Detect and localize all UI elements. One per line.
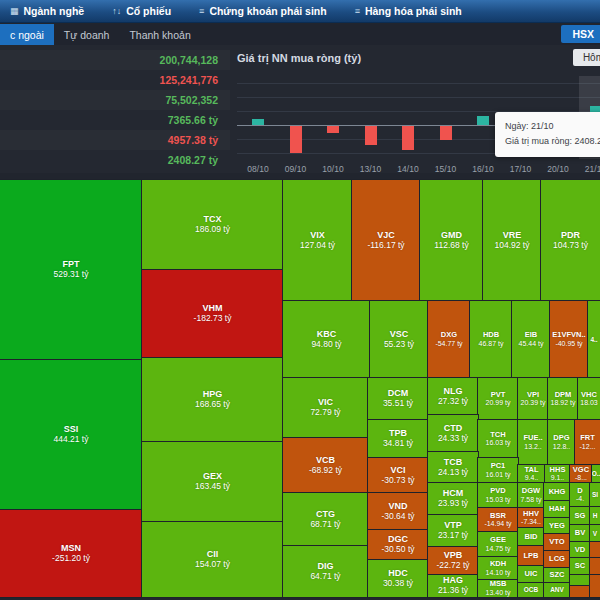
treemap-cell-yeg[interactable]: YEG [544, 518, 570, 534]
chart-bar[interactable] [477, 116, 489, 125]
treemap-cell-vtp[interactable]: VTP23.17 tỷ [428, 515, 478, 547]
treemap-cell-gee[interactable]: GEE14.75 tỷ [478, 532, 518, 557]
treemap-cell-bid[interactable]: BID [518, 528, 544, 546]
nav-item[interactable]: ↑↓Cổ phiếu [112, 5, 171, 17]
treemap-cell-pdr[interactable]: PDR104.73 tỷ [541, 180, 600, 301]
treemap-cell-o[interactable]: O.. [592, 465, 600, 483]
treemap-cell-vpi[interactable]: VPI20.39 tỷ [518, 378, 548, 420]
treemap-cell-h[interactable]: H [590, 507, 600, 525]
chart-bar[interactable] [402, 126, 414, 150]
treemap-cell-vre[interactable]: VRE104.92 tỷ [483, 180, 541, 301]
treemap-cell-vsc[interactable]: VSC55.23 tỷ [370, 301, 428, 378]
treemap-cell-pvt[interactable]: PVT20.99 tỷ [478, 378, 518, 420]
treemap-cell-hhv[interactable]: HHV-7.34.. [518, 508, 544, 528]
chart-bar[interactable] [327, 126, 339, 133]
treemap-cell-sg[interactable]: SG [570, 507, 590, 525]
treemap-cell-4[interactable]: 4.. [588, 301, 600, 378]
treemap-cell[interactable] [590, 575, 600, 597]
treemap-cell-uic[interactable]: UIC [518, 566, 544, 583]
treemap-cell-d[interactable]: D-4. [570, 483, 590, 507]
nav-item[interactable]: ▦Ngành nghề [10, 5, 84, 17]
treemap-cell-bv[interactable]: BV [570, 525, 590, 542]
treemap-cell-eib[interactable]: EIB45.44 tỷ [512, 301, 550, 378]
treemap-cell-ctd[interactable]: CTD24.33 tỷ [428, 415, 478, 452]
treemap-cell-sc[interactable]: SC [570, 558, 590, 575]
treemap-cell-ctg[interactable]: CTG68.71 tỷ [283, 493, 368, 546]
treemap-cell-si[interactable]: SI [590, 483, 600, 507]
treemap-cell-vpb[interactable]: VPB-22.72 tỷ [428, 547, 478, 575]
treemap-cell-msn[interactable]: MSN-251.20 tỷ [0, 510, 142, 597]
treemap-cell-khg[interactable]: KHG [544, 483, 570, 501]
treemap-cell-gmd[interactable]: GMD112.68 tỷ [420, 180, 483, 301]
treemap-cell-anv[interactable]: ANV [544, 583, 570, 597]
treemap-cell-vhc[interactable]: VHC18.03 [578, 378, 600, 420]
treemap-cell-pc1[interactable]: PC116.01 tỷ [478, 458, 518, 483]
treemap-cell-dig[interactable]: DIG64.71 tỷ [283, 546, 368, 597]
treemap-cell[interactable] [570, 575, 590, 586]
treemap-cell-ocb[interactable]: OCB [518, 583, 544, 597]
summary-row: 2408.27 tỷ [0, 150, 230, 170]
treemap-cell-dgc[interactable]: DGC-30.50 tỷ [368, 530, 428, 560]
treemap-cell-tch[interactable]: TCH16.03 tỷ [478, 420, 518, 458]
treemap-cell-dpg[interactable]: DPG12.8.. [548, 420, 575, 465]
tab[interactable]: Thanh khoản [119, 24, 200, 45]
treemap-cell-vci[interactable]: VCI-30.73 tỷ [368, 458, 428, 493]
treemap-cell[interactable] [590, 542, 600, 558]
treemap-cell-hag[interactable]: HAG21.36 tỷ [428, 575, 478, 597]
treemap-cell-vcb[interactable]: VCB-68.92 tỷ [283, 438, 368, 493]
treemap-cell-v[interactable]: V [590, 525, 600, 542]
ticker-label: HDB [483, 331, 499, 339]
tab[interactable]: Tự doanh [54, 24, 120, 45]
treemap-cell-hhs[interactable]: HHS9.1.. [545, 465, 570, 483]
treemap-cell-hdb[interactable]: HDB46.87 tỷ [470, 301, 512, 378]
treemap-cell-vto[interactable]: VTO [544, 534, 570, 551]
treemap-cell-vgc[interactable]: VGC-8... [570, 465, 592, 483]
treemap-cell-dcm[interactable]: DCM35.51 tỷ [368, 378, 428, 420]
treemap-cell-tpb[interactable]: TPB34.81 tỷ [368, 420, 428, 458]
treemap-cell-tal[interactable]: TAL9.4.. [518, 465, 545, 483]
treemap-cell-msb[interactable]: MSB13.40 tỷ [478, 580, 518, 597]
treemap-cell-dpm[interactable]: DPM18.92 tỷ [548, 378, 578, 420]
treemap-cell-frt[interactable]: FRT-12... [575, 420, 600, 465]
treemap-cell-vix[interactable]: VIX127.04 tỷ [283, 180, 352, 301]
chart-bar[interactable] [290, 126, 302, 153]
treemap-cell-dgw[interactable]: DGW7.58 tỷ [518, 483, 544, 508]
treemap-cell-cii[interactable]: CII154.07 tỷ [142, 522, 283, 597]
treemap-cell-vd[interactable]: VD [570, 542, 590, 558]
treemap-cell-tcb[interactable]: TCB24.13 tỷ [428, 452, 478, 483]
treemap-cell-gex[interactable]: GEX163.45 tỷ [142, 442, 283, 522]
chart-bar[interactable] [365, 126, 377, 145]
treemap-cell-hcm[interactable]: HCM23.93 tỷ [428, 483, 478, 515]
list-icon: ≡ [199, 6, 204, 16]
treemap-cell-szc[interactable]: SZC [544, 568, 570, 583]
range-button[interactable]: Hôm [573, 49, 600, 66]
treemap-cell-hdc[interactable]: HDC30.38 tỷ [368, 560, 428, 597]
treemap-cell-kdh[interactable]: KDH14.10 tỷ [478, 557, 518, 580]
nav-item[interactable]: ≡Chứng khoán phái sinh [199, 5, 327, 17]
treemap-cell-vhm[interactable]: VHM-182.73 tỷ [142, 270, 283, 358]
treemap-cell-hah[interactable]: HAH [544, 501, 570, 518]
treemap-cell-bsr[interactable]: BSR-14.94 tỷ [478, 508, 518, 532]
treemap-cell-fpt[interactable]: FPT529.31 tỷ [0, 180, 142, 360]
treemap-cell-pvd[interactable]: PVD15.03 tỷ [478, 483, 518, 508]
treemap-cell-fue[interactable]: FUE..13.2.. [518, 420, 548, 465]
hsx-exchange-button[interactable]: HSX [561, 25, 600, 43]
treemap-cell-vic[interactable]: VIC72.79 tỷ [283, 378, 368, 438]
treemap-cell-ssi[interactable]: SSI444.21 tỷ [0, 360, 142, 510]
treemap-cell-dxg[interactable]: DXG-54.77 tỷ [428, 301, 470, 378]
treemap-cell-nlg[interactable]: NLG27.32 tỷ [428, 378, 478, 415]
treemap-cell[interactable] [590, 558, 600, 575]
treemap-cell-vnd[interactable]: VND-30.64 tỷ [368, 493, 428, 530]
treemap-cell-tcx[interactable]: TCX186.09 tỷ [142, 180, 283, 270]
nav-item[interactable]: ≡Hàng hóa phái sinh [355, 5, 462, 17]
chart-bar[interactable] [252, 119, 264, 125]
treemap-cell[interactable] [570, 586, 590, 597]
treemap-cell-lcg[interactable]: LCG [544, 551, 570, 568]
treemap-cell-hpg[interactable]: HPG168.65 tỷ [142, 358, 283, 442]
tab[interactable]: c ngoài [0, 24, 54, 45]
treemap-cell-vjc[interactable]: VJC-116.17 tỷ [352, 180, 420, 301]
treemap-cell-e1vfvn[interactable]: E1VFVN..-40.95 tỷ [550, 301, 588, 378]
treemap-cell-kbc[interactable]: KBC94.80 tỷ [283, 301, 370, 378]
chart-bar[interactable] [440, 126, 452, 140]
treemap-cell-lpb[interactable]: LPB [518, 546, 544, 566]
